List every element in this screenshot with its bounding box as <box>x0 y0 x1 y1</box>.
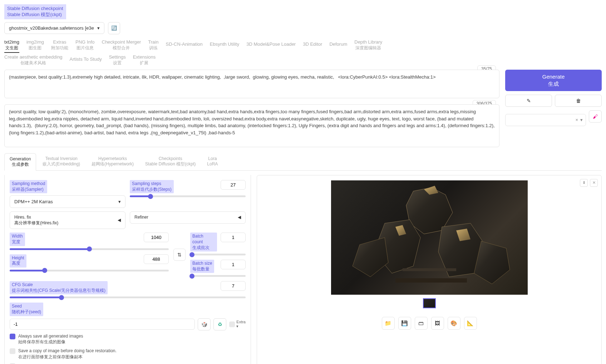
edit-styles-button[interactable]: 🖌 <box>589 110 602 123</box>
sampling-steps-input[interactable] <box>221 180 246 190</box>
caret-left-icon: ◀ <box>238 215 241 220</box>
ruler-icon: 📐 <box>467 320 474 326</box>
send-extras-button[interactable]: 📐 <box>464 317 477 330</box>
chevron-down-icon: ▾ <box>97 25 100 31</box>
send-inpaint-button[interactable]: 🎨 <box>448 317 460 330</box>
tab-3deditor[interactable]: 3D Editor <box>303 39 322 53</box>
output-image[interactable] <box>331 180 528 295</box>
folder-icon: 📁 <box>385 320 391 326</box>
open-folder-button[interactable]: 📁 <box>382 317 395 330</box>
image-icon: 🖼 <box>435 320 440 326</box>
width-input[interactable] <box>144 233 169 242</box>
height-input[interactable] <box>144 254 169 264</box>
close-preview-button[interactable]: ✕ <box>590 179 598 187</box>
zip-icon: 🗃 <box>418 320 424 326</box>
output-panel: ⬇ ✕ <box>257 175 602 364</box>
always-save-label: Always save all generated images始终保存所有生成… <box>18 333 83 345</box>
output-thumbnail[interactable] <box>423 298 436 308</box>
subtab-generation[interactable]: Generation生成参数 <box>4 153 36 171</box>
sampling-steps-label: Sampling steps采样迭代步数(Steps) <box>130 180 174 193</box>
tab-3dpose[interactable]: 3D Model&Pose Loader <box>246 39 296 53</box>
extra-seed-label: Extra▾ <box>236 320 246 329</box>
width-slider[interactable] <box>10 248 169 250</box>
pencil-icon: ✎ <box>527 98 531 104</box>
tab-aesthetic[interactable]: Create aesthetic embedding创建美术风格 <box>4 54 63 66</box>
cfg-scale-label: CFG Scale提示词相关性(CFG Scale/无分类器信息引导规模) <box>10 281 108 294</box>
chevron-down-icon: ▾ <box>580 117 583 123</box>
tab-artists[interactable]: Artists To Study <box>70 54 102 66</box>
save-button[interactable]: 💾 <box>398 317 411 330</box>
close-icon: ✕ <box>592 180 596 185</box>
paint-icon: 🖌 <box>593 114 598 119</box>
batch-size-input[interactable] <box>221 260 246 269</box>
tab-sdcn[interactable]: SD-CN-Animation <box>166 39 202 53</box>
dice-icon: 🎲 <box>201 321 207 327</box>
cfg-scale-input[interactable] <box>221 281 246 291</box>
send-img2img-button[interactable]: 🖼 <box>431 317 444 330</box>
generation-params: Sampling method采样器(Sampler) DPM++ 2M Kar… <box>4 175 251 364</box>
checkpoint-dropdown[interactable]: ghostmix_v20Bakedvae.safetensors [e3e ▾ <box>4 22 104 34</box>
tab-train[interactable]: Train训练 <box>148 39 158 53</box>
palette-icon: 🎨 <box>450 320 457 326</box>
subtab-lora[interactable]: LoraLoRA <box>202 153 223 170</box>
swap-dimensions-button[interactable]: ⇅ <box>173 249 186 261</box>
zip-button[interactable]: 🗃 <box>415 317 428 330</box>
height-label: Height高度 <box>10 254 26 268</box>
extra-seed-checkbox[interactable] <box>229 321 235 327</box>
tab-settings[interactable]: Settings设置 <box>109 54 126 66</box>
checkpoint-label: Stable Diffusion checkpointStable Diffus… <box>4 4 66 19</box>
tab-extensions[interactable]: Extensions扩展 <box>133 54 156 66</box>
batch-count-input[interactable] <box>221 233 246 242</box>
sampling-method-label: Sampling method采样器(Sampler) <box>10 180 47 193</box>
tab-img2img[interactable]: img2img图生图 <box>26 39 44 53</box>
tab-pnginfo[interactable]: PNG Info图片信息 <box>75 39 94 53</box>
subtab-hypernetworks[interactable]: Hypernetworks超网络(Hypernetwork) <box>87 153 139 170</box>
generation-subtabs: Generation生成参数 Textual Inversion嵌入式(Embe… <box>4 153 602 171</box>
reload-icon: 🔄 <box>111 25 117 31</box>
save-before-face-label: Save a copy of image before doing face r… <box>18 348 117 360</box>
reuse-seed-button[interactable]: ♻ <box>213 318 226 330</box>
tab-txt2img[interactable]: txt2img文生图 <box>4 39 19 53</box>
refiner-accordion[interactable]: Refiner ◀ <box>130 211 246 224</box>
chevron-down-icon: ▾ <box>118 199 121 204</box>
reload-checkpoint-button[interactable]: 🔄 <box>108 22 120 34</box>
generate-button[interactable]: Generate生成 <box>505 70 602 91</box>
tab-extras[interactable]: Extras附加功能 <box>51 39 68 53</box>
clear-button[interactable]: 🗑 <box>555 95 602 107</box>
subtab-checkpoints[interactable]: CheckpointsStable Diffusion 模型(ckpt) <box>140 153 201 170</box>
hires-fix-accordion[interactable]: Hires. fix高分辨率修复(Hires.fix) ◀ <box>10 211 125 229</box>
batch-size-label: Batch size每批数量 <box>190 260 214 273</box>
sampling-method-dropdown[interactable]: DPM++ 2M Karras ▾ <box>10 195 125 208</box>
tab-ebsynth[interactable]: Ebsynth Utility <box>210 39 239 53</box>
save-icon: 💾 <box>401 320 408 326</box>
tab-checkpoint-merger[interactable]: Checkpoint Merger模型合并 <box>102 39 141 53</box>
batch-count-label: Batch count生成批次 <box>190 233 217 251</box>
recycle-icon: ♻ <box>218 321 222 327</box>
always-save-checkbox[interactable] <box>10 334 15 339</box>
batch-count-slider[interactable] <box>190 254 246 255</box>
download-icon: ⬇ <box>582 180 586 185</box>
tab-deforum[interactable]: Deforum <box>329 39 347 53</box>
download-image-button[interactable]: ⬇ <box>580 179 588 187</box>
cfg-scale-slider[interactable] <box>10 296 246 298</box>
negative-prompt-input[interactable] <box>4 104 499 147</box>
paste-button[interactable]: ✎ <box>505 95 552 107</box>
save-before-face-checkbox[interactable] <box>10 348 15 354</box>
caret-left-icon: ◀ <box>118 218 121 223</box>
width-label: Width宽度 <box>10 233 25 246</box>
random-seed-button[interactable]: 🎲 <box>198 318 211 330</box>
close-icon: × <box>575 117 578 123</box>
seed-input[interactable] <box>10 319 195 330</box>
main-tabs: txt2img文生图 img2img图生图 Extras附加功能 PNG Inf… <box>4 39 602 53</box>
subtab-textual-inversion[interactable]: Textual Inversion嵌入式(Embedding) <box>38 153 85 170</box>
swap-icon: ⇅ <box>177 252 182 258</box>
height-slider[interactable] <box>10 270 169 271</box>
seed-label: Seed随机种子(seed) <box>10 303 43 316</box>
batch-size-slider[interactable] <box>190 275 246 277</box>
svg-marker-4 <box>353 238 388 277</box>
tab-depth[interactable]: Depth Library深度图编辑器 <box>354 39 382 53</box>
sampling-steps-slider[interactable] <box>130 195 246 197</box>
styles-dropdown[interactable]: × ▾ <box>505 114 586 126</box>
trash-icon: 🗑 <box>576 98 581 104</box>
prompt-input[interactable] <box>4 70 499 99</box>
